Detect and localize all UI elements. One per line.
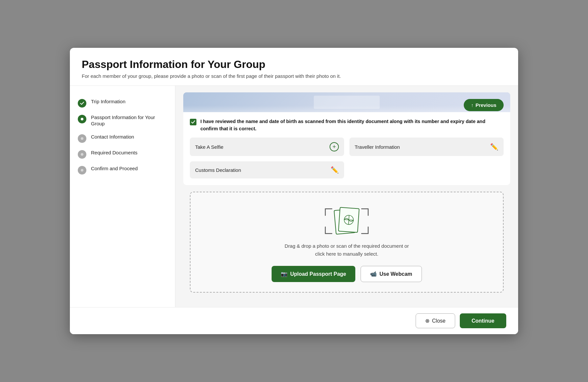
upload-label: Upload Passport Page — [290, 271, 346, 277]
previous-button[interactable]: ↑ Previous — [464, 99, 504, 111]
drop-zone[interactable]: Drag & drop a photo or scan of the requi… — [190, 192, 504, 293]
modal-title: Passport Information for Your Group — [82, 58, 506, 71]
take-selfie-card[interactable]: Take A Selfie + — [190, 138, 344, 156]
traveller-label: Traveller Information — [355, 144, 400, 150]
modal-header: Passport Information for Your Group For … — [70, 48, 518, 86]
upload-passport-button[interactable]: 📷 Upload Passport Page — [272, 266, 355, 282]
modal-subtitle: For each member of your group, please pr… — [82, 73, 506, 79]
previous-label: Previous — [476, 102, 496, 108]
confirm-checkbox[interactable] — [190, 119, 196, 125]
sidebar-item-required-docs[interactable]: Required Documents — [78, 146, 167, 162]
close-circle-icon: ⊗ — [425, 318, 429, 324]
close-button[interactable]: ⊗ Close — [416, 313, 455, 328]
camera-icon: 📷 — [281, 271, 287, 277]
step-label-contact-info: Contact Information — [91, 134, 134, 140]
step-icon-inactive-3 — [78, 166, 86, 175]
passport-preview-card: ↑ Previous I have reviewed the name and … — [183, 92, 510, 185]
sidebar-item-trip-information[interactable]: Trip Information — [78, 95, 167, 111]
arrow-up-icon: ↑ — [471, 102, 474, 108]
confirm-row: I have reviewed the name and date of bir… — [183, 112, 510, 138]
step-label-passport-info: Passport Information for Your Group — [91, 114, 167, 127]
customs-label: Customs Declaration — [195, 167, 241, 173]
continue-button[interactable]: Continue — [460, 313, 506, 328]
svg-point-1 — [81, 137, 83, 140]
sidebar-item-contact-info[interactable]: Contact Information — [78, 130, 167, 146]
step-icon-active — [78, 115, 86, 123]
svg-point-0 — [81, 118, 83, 120]
step-label-required-docs: Required Documents — [91, 149, 137, 156]
sidebar-item-passport-info[interactable]: Passport Information for Your Group — [78, 111, 167, 130]
close-label: Close — [432, 318, 446, 324]
svg-point-2 — [81, 153, 83, 156]
drop-buttons: 📷 Upload Passport Page 📹 Use Webcam — [272, 266, 422, 282]
step-icon-completed — [78, 99, 86, 108]
webcam-label: Use Webcam — [379, 271, 412, 277]
video-icon: 📹 — [370, 271, 377, 277]
drop-text: Drag & drop a photo or scan of the requi… — [285, 242, 409, 258]
customs-declaration-card[interactable]: Customs Declaration ✏️ — [190, 161, 344, 178]
traveller-info-card[interactable]: Traveller Information ✏️ — [349, 138, 504, 156]
modal-footer: ⊗ Close Continue — [70, 307, 518, 334]
selfie-label: Take A Selfie — [195, 144, 223, 150]
step-icon-inactive-2 — [78, 150, 86, 159]
scan-frame-icon — [322, 206, 371, 237]
webcam-button[interactable]: 📹 Use Webcam — [361, 266, 422, 282]
step-label-confirm: Confirm and Proceed — [91, 165, 138, 172]
action-cards: Take A Selfie + Traveller Information ✏️ — [183, 138, 510, 156]
sidebar: Trip Information Passport Information fo… — [70, 86, 175, 307]
sidebar-item-confirm[interactable]: Confirm and Proceed — [78, 162, 167, 178]
modal-body: Trip Information Passport Information fo… — [70, 86, 518, 307]
confirm-text: I have reviewed the name and date of bir… — [200, 118, 504, 133]
step-label-trip-info: Trip Information — [91, 98, 125, 105]
main-content: ↑ Previous I have reviewed the name and … — [175, 86, 518, 307]
continue-label: Continue — [472, 318, 494, 324]
passport-icon-group — [322, 206, 371, 237]
step-icon-inactive-1 — [78, 134, 86, 143]
plus-circle-icon: + — [330, 142, 339, 151]
passport-image-strip — [183, 92, 510, 112]
modal: Passport Information for Your Group For … — [70, 48, 518, 334]
edit-icon-customs: ✏️ — [331, 166, 339, 174]
svg-point-3 — [81, 169, 83, 172]
edit-icon-traveller: ✏️ — [490, 143, 498, 151]
